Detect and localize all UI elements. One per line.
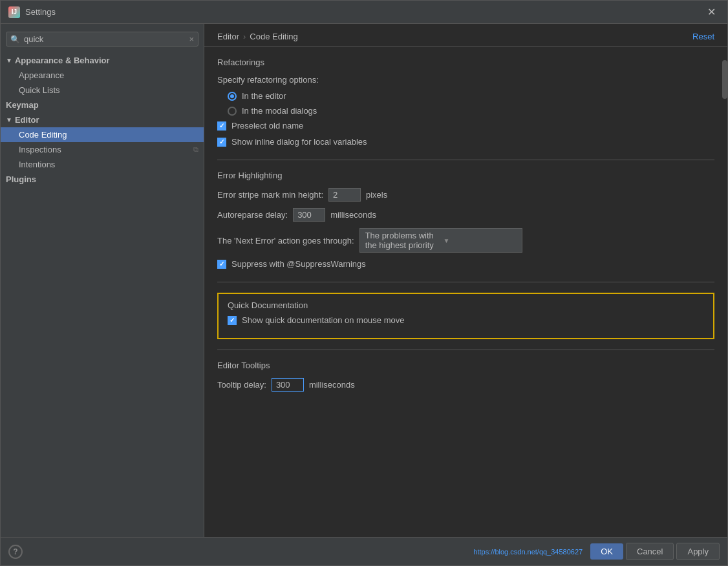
content-scroll: Refactorings Specify refactoring options… bbox=[204, 47, 727, 537]
search-clear-button[interactable]: × bbox=[189, 34, 194, 44]
preselect-label: Preselect old name bbox=[231, 121, 303, 131]
sidebar-item-plugins[interactable]: Plugins bbox=[1, 172, 204, 187]
show-inline-row: Show inline dialog for local variables bbox=[217, 137, 714, 147]
close-button[interactable]: ✕ bbox=[703, 5, 720, 19]
titlebar-left: IJ Settings bbox=[8, 6, 56, 18]
search-input[interactable] bbox=[24, 34, 185, 44]
sidebar-item-label: Editor bbox=[15, 115, 39, 125]
sidebar-item-label: Keymap bbox=[6, 100, 39, 110]
show-inline-label: Show inline dialog for local variables bbox=[231, 137, 367, 147]
show-inline-checkbox[interactable] bbox=[217, 138, 226, 147]
quick-documentation-box: Quick Documentation Show quick documenta… bbox=[217, 293, 714, 339]
sidebar-item-keymap[interactable]: Keymap bbox=[1, 98, 204, 112]
titlebar: IJ Settings ✕ bbox=[1, 1, 727, 24]
breadcrumb-current: Code Editing bbox=[250, 32, 297, 41]
next-error-value: The problems with the highest priority bbox=[365, 231, 438, 250]
footer-url: https://blog.csdn.net/qq_34580627 bbox=[473, 548, 583, 556]
footer: ? https://blog.csdn.net/qq_34580627 OK C… bbox=[1, 537, 727, 565]
error-highlighting-title: Error Highlighting bbox=[217, 171, 714, 180]
scrollbar-track[interactable] bbox=[722, 47, 727, 537]
tooltip-delay-input[interactable] bbox=[272, 378, 304, 392]
sidebar-item-label: Appearance bbox=[19, 70, 64, 80]
radio-circle-in-editor[interactable] bbox=[228, 92, 237, 101]
search-icon: 🔍 bbox=[10, 35, 20, 44]
app-icon: IJ bbox=[8, 6, 20, 18]
radio-circle-in-modal[interactable] bbox=[228, 107, 237, 116]
suppress-label: Suppress with @SuppressWarnings bbox=[231, 259, 366, 269]
sidebar-item-code-editing[interactable]: Code Editing bbox=[1, 127, 204, 142]
chevron-down-icon: ▼ bbox=[6, 57, 12, 64]
sidebar-item-quick-lists[interactable]: Quick Lists bbox=[1, 83, 204, 98]
sidebar-item-label: Inspections bbox=[19, 145, 61, 154]
stripe-unit: pixels bbox=[366, 190, 387, 200]
tooltip-delay-label: Tooltip delay: bbox=[217, 380, 266, 390]
content-header: Editor › Code Editing Reset bbox=[204, 24, 727, 47]
editor-tooltips-section: Editor Tooltips Tooltip delay: milliseco… bbox=[217, 361, 714, 392]
error-highlighting-section: Error Highlighting Error stripe mark min… bbox=[217, 171, 714, 269]
refactorings-title: Refactorings bbox=[217, 58, 714, 67]
divider-2 bbox=[217, 282, 714, 282]
radio-in-editor[interactable]: In the editor bbox=[228, 91, 714, 101]
suppress-row: Suppress with @SuppressWarnings bbox=[217, 259, 714, 269]
specify-label: Specify refactoring options: bbox=[217, 75, 319, 85]
main-content: 🔍 × ▼ Appearance & Behavior Appearance Q… bbox=[1, 24, 727, 537]
stripe-label: Error stripe mark min height: bbox=[217, 190, 323, 200]
radio-in-editor-label: In the editor bbox=[242, 91, 286, 101]
reset-button[interactable]: Reset bbox=[692, 32, 714, 41]
apply-button[interactable]: Apply bbox=[676, 543, 720, 560]
breadcrumb: Editor › Code Editing bbox=[217, 32, 298, 41]
specify-refactoring-row: Specify refactoring options: bbox=[217, 75, 714, 85]
stripe-value-input[interactable] bbox=[328, 188, 361, 202]
stripe-row: Error stripe mark min height: pixels bbox=[217, 188, 714, 202]
divider-3 bbox=[217, 350, 714, 350]
help-button[interactable]: ? bbox=[8, 545, 23, 559]
chevron-down-icon: ▼ bbox=[444, 237, 517, 244]
preselect-row: Preselect old name bbox=[217, 121, 714, 131]
copy-icon: ⧉ bbox=[193, 145, 198, 154]
refactorings-section: Refactorings Specify refactoring options… bbox=[217, 58, 714, 147]
sidebar-item-appearance-behavior[interactable]: ▼ Appearance & Behavior bbox=[1, 53, 204, 68]
nav-section: ▼ Appearance & Behavior Appearance Quick… bbox=[1, 52, 204, 188]
ok-button[interactable]: OK bbox=[590, 543, 623, 560]
tooltip-delay-unit: milliseconds bbox=[309, 380, 355, 390]
window-title: Settings bbox=[25, 7, 56, 17]
radio-in-modal[interactable]: In the modal dialogs bbox=[228, 106, 714, 116]
sidebar-item-label: Quick Lists bbox=[19, 85, 60, 95]
quick-doc-title: Quick Documentation bbox=[228, 300, 704, 310]
sidebar-item-intentions[interactable]: Intentions bbox=[1, 157, 204, 172]
search-box[interactable]: 🔍 × bbox=[6, 32, 198, 47]
sidebar-item-inspections[interactable]: Inspections ⧉ bbox=[1, 142, 204, 157]
autoreparse-value-input[interactable] bbox=[293, 208, 325, 222]
sidebar-item-label: Code Editing bbox=[19, 130, 67, 140]
breadcrumb-parent: Editor bbox=[217, 32, 239, 41]
next-error-row: The 'Next Error' action goes through: Th… bbox=[217, 228, 714, 253]
suppress-checkbox[interactable] bbox=[217, 260, 226, 269]
footer-right: https://blog.csdn.net/qq_34580627 OK Can… bbox=[473, 543, 720, 560]
editor-tooltips-title: Editor Tooltips bbox=[217, 361, 714, 370]
breadcrumb-separator: › bbox=[243, 32, 246, 41]
autoreparse-row: Autoreparse delay: milliseconds bbox=[217, 208, 714, 222]
quick-doc-checkbox[interactable] bbox=[228, 316, 237, 325]
preselect-checkbox[interactable] bbox=[217, 121, 226, 131]
sidebar-item-label: Plugins bbox=[6, 174, 36, 184]
footer-left: ? bbox=[8, 545, 23, 559]
tooltip-delay-row: Tooltip delay: milliseconds bbox=[217, 378, 714, 392]
chevron-down-icon: ▼ bbox=[6, 116, 12, 123]
sidebar-item-appearance[interactable]: Appearance bbox=[1, 68, 204, 83]
sidebar-item-label: Appearance & Behavior bbox=[15, 56, 110, 65]
radio-group: In the editor In the modal dialogs bbox=[228, 91, 714, 116]
quick-doc-row: Show quick documentation on mouse move bbox=[228, 315, 704, 325]
sidebar: 🔍 × ▼ Appearance & Behavior Appearance Q… bbox=[1, 24, 204, 537]
sidebar-item-label: Intentions bbox=[19, 160, 55, 169]
content-area: Editor › Code Editing Reset Refactorings… bbox=[204, 24, 727, 537]
cancel-button[interactable]: Cancel bbox=[626, 543, 674, 560]
autoreparse-unit: milliseconds bbox=[330, 210, 376, 220]
content-wrapper: Refactorings Specify refactoring options… bbox=[204, 47, 727, 537]
radio-in-modal-label: In the modal dialogs bbox=[242, 106, 317, 116]
settings-window: IJ Settings ✕ 🔍 × ▼ Appearance & Behavio… bbox=[0, 0, 728, 566]
next-error-select[interactable]: The problems with the highest priority ▼ bbox=[359, 228, 522, 253]
divider-1 bbox=[217, 160, 714, 160]
scrollbar-thumb[interactable] bbox=[722, 60, 727, 99]
sidebar-item-editor[interactable]: ▼ Editor bbox=[1, 112, 204, 127]
quick-doc-label: Show quick documentation on mouse move bbox=[242, 315, 404, 325]
